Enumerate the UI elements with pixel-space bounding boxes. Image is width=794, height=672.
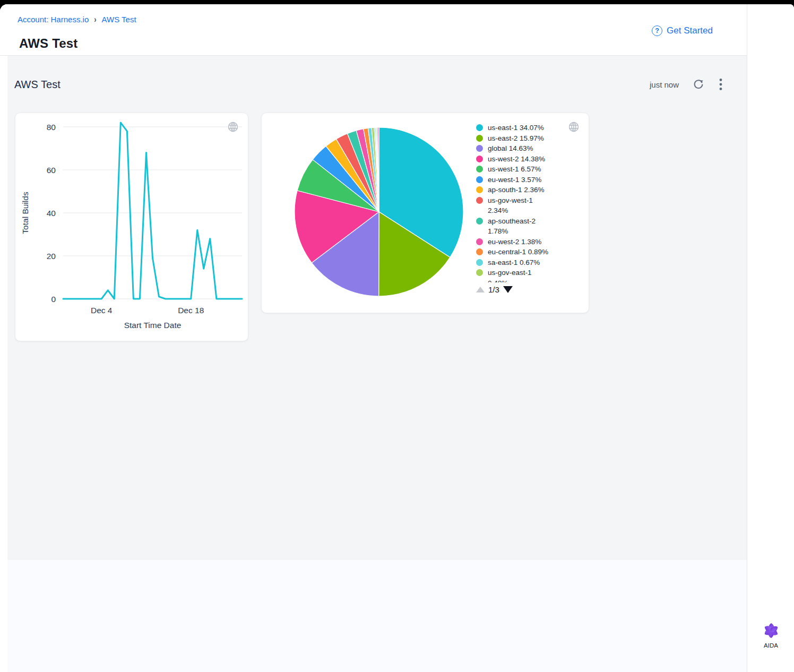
svg-text:Dec 18: Dec 18	[178, 306, 204, 315]
page-title: AWS Test	[19, 36, 78, 51]
legend-item[interactable]: ap-southeast-21.78%	[476, 216, 581, 237]
dashboard-header: AWS Test just now	[14, 77, 723, 92]
legend-label: us-west-2 14.38%	[488, 154, 545, 165]
aida-button[interactable]: AIDA	[762, 622, 780, 649]
legend-swatch	[476, 269, 483, 276]
legend-swatch	[476, 176, 483, 183]
legend-item[interactable]: sa-east-1 0.67%	[476, 257, 581, 268]
legend-label: ap-south-1 2.36%	[488, 185, 545, 195]
legend-label: sa-east-1 0.67%	[488, 257, 540, 268]
legend-item[interactable]: global 14.63%	[476, 143, 581, 154]
legend-label: eu-west-1 3.57%	[488, 175, 541, 185]
help-circle-icon: ?	[652, 25, 662, 36]
globe-icon	[567, 120, 580, 135]
dashboard-lower-area	[7, 560, 747, 672]
svg-text:80: 80	[47, 123, 56, 132]
svg-text:Start Time Date: Start Time Date	[124, 321, 182, 330]
more-options-button[interactable]	[718, 77, 723, 92]
legend-item[interactable]: us-gov-east-10.48%	[476, 268, 581, 282]
pie-chart-card: us-east-1 34.07%us-east-2 15.97%global 1…	[261, 113, 589, 313]
page-header: Account: Harness.io › AWS Test AWS Test …	[0, 4, 747, 56]
legend-item[interactable]: us-west-1 6.57%	[476, 164, 581, 175]
breadcrumb-account-link[interactable]: Account: Harness.io	[18, 15, 89, 24]
aida-sidebar: AIDA	[748, 4, 794, 672]
chevron-right-icon: ›	[94, 14, 96, 24]
svg-text:20: 20	[47, 252, 56, 261]
legend-swatch	[476, 124, 483, 131]
globe-icon	[227, 120, 239, 135]
legend-label: us-west-1 6.57%	[488, 164, 541, 175]
legend-label: us-gov-east-10.48%	[488, 268, 532, 282]
svg-text:Dec 4: Dec 4	[91, 306, 113, 315]
legend-swatch	[476, 145, 483, 152]
app-surface: Account: Harness.io › AWS Test AWS Test …	[0, 4, 794, 672]
total-builds-line-chart: 020406080Dec 4Dec 18Start Time DateTotal…	[15, 113, 249, 342]
legend-label: eu-west-2 1.38%	[488, 237, 541, 247]
line-chart-card: 020406080Dec 4Dec 18Start Time DateTotal…	[15, 113, 248, 341]
svg-text:0: 0	[51, 295, 56, 304]
breadcrumb-current-link[interactable]: AWS Test	[102, 15, 136, 24]
kebab-menu-icon	[719, 78, 722, 91]
main-column: Account: Harness.io › AWS Test AWS Test …	[0, 4, 747, 672]
legend-swatch	[476, 156, 483, 162]
legend-label: eu-central-1 0.89%	[488, 247, 548, 257]
legend-item[interactable]: ap-south-1 2.36%	[476, 185, 581, 195]
dashboard-area: AWS Test just now	[7, 56, 747, 560]
svg-text:60: 60	[47, 166, 56, 175]
legend-label: us-east-1 34.07%	[488, 123, 544, 133]
legend-paginator: 1/3	[476, 285, 513, 294]
get-started-label: Get Started	[667, 25, 713, 36]
legend-swatch	[476, 238, 483, 245]
legend-label: us-east-2 15.97%	[488, 133, 544, 144]
legend-item[interactable]: us-east-1 34.07%	[476, 123, 581, 133]
dashboard-controls: just now	[650, 77, 723, 92]
legend-label: us-gov-west-12.34%	[488, 195, 533, 216]
legend-swatch	[476, 135, 483, 142]
legend-item[interactable]: us-east-2 15.97%	[476, 133, 581, 144]
legend-label: global 14.63%	[488, 143, 533, 154]
pie-legend: us-east-1 34.07%us-east-2 15.97%global 1…	[476, 123, 581, 282]
legend-page-up-icon[interactable]	[476, 287, 485, 292]
legend-label: ap-southeast-21.78%	[488, 216, 536, 237]
legend-item[interactable]: us-west-2 14.38%	[476, 154, 581, 165]
refresh-button[interactable]	[692, 77, 705, 91]
legend-swatch	[476, 186, 483, 193]
legend-swatch	[476, 218, 483, 225]
legend-swatch	[476, 259, 483, 266]
regions-pie-chart	[291, 124, 467, 299]
legend-swatch	[476, 248, 483, 255]
refreshed-timestamp: just now	[650, 80, 679, 89]
aida-label: AIDA	[764, 642, 778, 649]
legend-page-label: 1/3	[488, 285, 499, 294]
legend-item[interactable]: eu-west-2 1.38%	[476, 237, 581, 247]
legend-swatch	[476, 166, 483, 173]
legend-page-down-icon[interactable]	[503, 286, 513, 293]
get-started-link[interactable]: ? Get Started	[652, 25, 713, 36]
breadcrumb: Account: Harness.io › AWS Test	[18, 15, 136, 24]
legend-item[interactable]: eu-central-1 0.89%	[476, 247, 581, 257]
legend-swatch	[476, 197, 483, 204]
svg-text:40: 40	[47, 209, 56, 218]
legend-item[interactable]: eu-west-1 3.57%	[476, 175, 581, 185]
svg-text:Total Builds: Total Builds	[21, 192, 30, 234]
refresh-icon	[693, 79, 704, 90]
dashboard-title: AWS Test	[14, 79, 61, 91]
aida-flower-icon	[762, 622, 780, 640]
legend-item[interactable]: us-gov-west-12.34%	[476, 195, 581, 216]
